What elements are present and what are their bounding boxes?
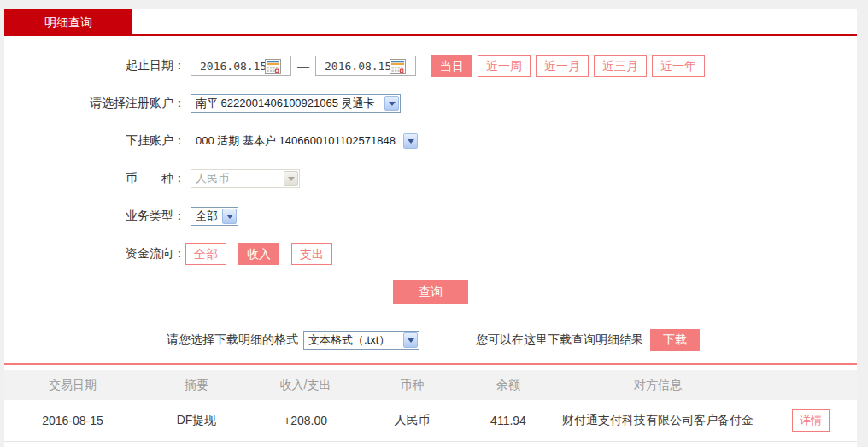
fund-flow-income-button[interactable]: 收入 — [238, 243, 279, 265]
chevron-down-icon[interactable] — [403, 133, 418, 149]
fund-flow-all-button[interactable]: 全部 — [185, 243, 226, 265]
download-format-select[interactable]: 文本格式（.txt） — [303, 331, 419, 350]
end-date-input[interactable] — [316, 60, 390, 73]
detail-button[interactable]: 详情 — [792, 409, 830, 432]
currency-value: 人民币 — [191, 171, 283, 186]
quick-range-year-button[interactable]: 近一年 — [652, 55, 705, 77]
registered-account-label: 请选择注册账户： — [4, 96, 185, 111]
header-balance: 余额 — [466, 370, 551, 400]
sub-account-label: 下挂账户： — [4, 133, 185, 149]
business-type-label: 业务类型： — [4, 209, 185, 224]
cell-trade-date: 2016-08-15 — [4, 400, 141, 441]
business-type-value: 全部 — [191, 209, 221, 224]
fund-flow-expense-button[interactable]: 支出 — [291, 243, 332, 265]
query-button[interactable]: 查询 — [393, 280, 468, 304]
table-separator-line — [4, 363, 857, 365]
currency-row: 币 种： 人民币 — [4, 168, 857, 190]
calendar-icon[interactable] — [390, 59, 406, 74]
cell-summary: DF提现 — [141, 400, 252, 441]
query-button-row: 查询 — [4, 280, 857, 304]
business-type-select[interactable]: 全部 — [191, 207, 238, 226]
chevron-down-icon[interactable] — [384, 96, 399, 111]
fund-flow-row: 资金流向： 全部 收入 支出 — [4, 243, 857, 265]
registered-account-row: 请选择注册账户： 南平 6222001406100921065 灵通卡 — [4, 92, 857, 115]
start-date-field[interactable] — [191, 56, 291, 76]
header-amount: 收入/支出 — [252, 370, 359, 400]
date-range-label: 起止日期： — [4, 58, 185, 74]
header-trade-date: 交易日期 — [4, 370, 141, 400]
currency-label: 币 种： — [4, 171, 185, 186]
registered-account-select[interactable]: 南平 6222001406100921065 灵通卡 — [191, 94, 401, 113]
quick-range-quarter-button[interactable]: 近三月 — [594, 55, 647, 77]
sub-account-row: 下挂账户： 000 活期 基本户 1406600101102571848 — [4, 130, 857, 152]
chevron-down-icon — [284, 171, 298, 186]
header-actions — [765, 370, 857, 400]
currency-select: 人民币 — [191, 169, 300, 188]
cell-actions: 详情 — [765, 400, 857, 441]
chevron-down-icon[interactable] — [222, 209, 237, 224]
start-date-input[interactable] — [191, 60, 265, 73]
sub-account-select[interactable]: 000 活期 基本户 1406600101102571848 — [191, 132, 419, 150]
tab-detail-query[interactable]: 明细查询 — [4, 9, 132, 36]
cell-balance: 411.94 — [466, 400, 551, 441]
chevron-down-icon[interactable] — [403, 332, 418, 348]
cell-counterparty: 财付通支付科技有限公司客户备付金 — [551, 400, 765, 441]
download-row: 请您选择下载明细的格式 文本格式（.txt） 您可以在这里下载查询明细结果 下载 — [4, 329, 857, 351]
query-form: 起止日期： — — [4, 36, 857, 351]
date-range-row: 起止日期： — — [4, 55, 857, 77]
table-row: 2016-08-15 DF提现 +208.00 人民币 411.94 财付通支付… — [4, 400, 857, 441]
cell-amount: +208.00 — [252, 400, 359, 441]
download-button[interactable]: 下载 — [650, 329, 700, 351]
quick-range-week-button[interactable]: 近一周 — [478, 55, 531, 77]
download-hint: 您可以在这里下载查询明细结果 — [476, 332, 643, 348]
quick-range-month-button[interactable]: 近一月 — [536, 55, 589, 77]
tab-bar: 明细查询 — [4, 9, 857, 36]
results-table: 交易日期 摘要 收入/支出 币种 余额 对方信息 2016-08-15 DF提现… — [4, 370, 857, 442]
header-currency: 币种 — [359, 370, 466, 400]
sub-account-value: 000 活期 基本户 1406600101102571848 — [191, 133, 402, 149]
date-separator: — — [297, 59, 309, 73]
header-summary: 摘要 — [141, 370, 252, 400]
cell-currency: 人民币 — [359, 400, 466, 441]
registered-account-value: 南平 6222001406100921065 灵通卡 — [191, 96, 384, 111]
quick-range-today-button[interactable]: 当日 — [431, 55, 472, 77]
table-header-row: 交易日期 摘要 收入/支出 币种 余额 对方信息 — [4, 370, 857, 400]
content-panel: 明细查询 起止日期： — [4, 9, 857, 447]
business-type-row: 业务类型： 全部 — [4, 205, 857, 227]
calendar-icon[interactable] — [265, 59, 281, 74]
download-format-value: 文本格式（.txt） — [304, 332, 402, 348]
fund-flow-label: 资金流向： — [4, 246, 185, 262]
end-date-field[interactable] — [315, 56, 416, 76]
header-counterparty: 对方信息 — [551, 370, 765, 400]
download-format-label: 请您选择下载明细的格式 — [167, 332, 298, 348]
